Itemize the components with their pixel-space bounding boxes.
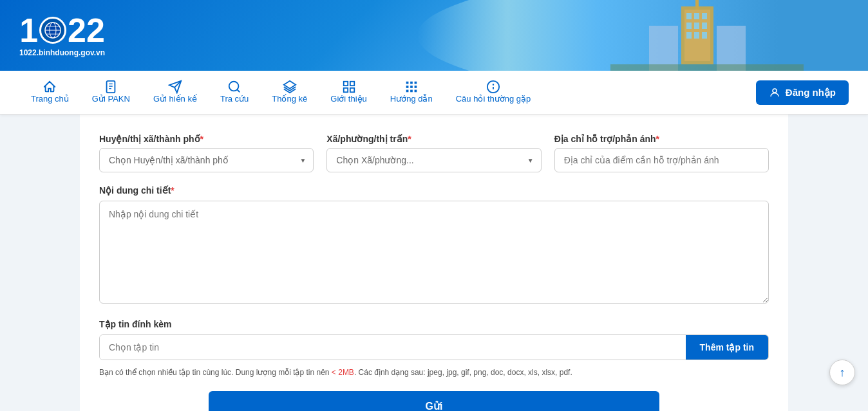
nav-gioithieu-label: Giới thiệu [330,94,366,104]
svg-rect-8 [694,13,699,19]
login-button[interactable]: Đăng nhập [756,80,849,105]
district-group: Huyện/thị xã/thành phố* Chọn Huyện/thị x… [99,134,314,172]
svg-rect-38 [414,86,417,88]
svg-rect-12 [702,23,707,29]
logo-number: 1 22 [19,14,105,47]
user-icon [769,87,780,98]
add-file-button[interactable]: Thêm tập tin [686,335,768,360]
content-textarea[interactable] [99,201,769,304]
svg-rect-9 [702,13,707,19]
svg-rect-29 [343,81,347,85]
nav-home-label: Trang chủ [31,94,69,104]
svg-rect-41 [414,89,417,92]
grid2-icon [404,80,419,94]
address-group: Địa chỉ hỗ trợ/phản ánh* [554,134,769,172]
nav-home[interactable]: Trang chủ [19,73,80,112]
nav-tracuu[interactable]: Tra cứu [209,73,260,112]
svg-rect-16 [695,0,699,10]
content-group: Nội dung chi tiết* [99,185,769,306]
attachment-row: Thêm tập tin [99,334,769,360]
svg-rect-15 [702,32,707,39]
nav-hienke[interactable]: Gửi hiến kế [142,73,209,112]
login-label: Đăng nhập [786,87,836,98]
address-input[interactable] [554,148,769,172]
nav-items: Trang chủ Gửi PAKN Gửi hiến kế Tra cứu T… [19,73,756,112]
address-label: Địa chỉ hỗ trợ/phản ánh* [554,134,769,144]
svg-rect-7 [686,13,692,19]
svg-rect-30 [350,81,354,85]
svg-rect-37 [410,86,413,88]
location-row: Huyện/thị xã/thành phố* Chọn Huyện/thị x… [99,134,769,172]
svg-rect-11 [694,23,699,29]
nav-gioithieu[interactable]: Giới thiệu [319,73,378,112]
file-icon [104,80,118,94]
svg-rect-10 [686,23,692,29]
navbar: Trang chủ Gửi PAKN Gửi hiến kế Tra cứu T… [0,71,868,114]
ward-label: Xã/phường/thị trấn* [326,134,541,144]
svg-rect-35 [414,81,417,84]
nav-faq[interactable]: Câu hỏi thường gặp [444,73,543,112]
district-select-wrapper: Chọn Huyện/thị xã/thành phố [99,148,314,172]
nav-thongke[interactable]: Thống kê [260,73,319,112]
svg-rect-19 [610,64,804,71]
nav-pakn-label: Gửi PAKN [92,94,130,104]
main-content: Huyện/thị xã/thành phố* Chọn Huyện/thị x… [80,114,788,411]
svg-rect-31 [343,87,347,91]
attachment-hint: Bạn có thể chọn nhiều tập tin cùng lúc. … [99,367,769,378]
submit-row: Gửi [99,391,769,411]
send-icon [168,80,182,94]
svg-rect-13 [686,32,692,39]
attachment-group: Tập tin đính kèm Thêm tập tin Bạn có thể… [99,319,769,378]
grid-icon [342,80,356,94]
layers-icon [283,80,297,94]
ward-select-wrapper: Chọn Xã/phường... [326,148,541,172]
svg-line-27 [237,89,240,92]
svg-rect-17 [649,26,678,71]
nav-huongdan[interactable]: Hướng dẫn [379,73,444,112]
nav-huongdan-label: Hướng dẫn [390,94,433,104]
info-icon [486,80,500,94]
home-icon [42,80,57,94]
header: 1 22 1022.binhduong.gov.vn [0,0,868,71]
header-background [417,0,868,71]
nav-faq-label: Câu hỏi thường gặp [456,94,531,104]
svg-rect-40 [410,89,413,92]
svg-point-26 [229,81,239,91]
search-icon [227,80,241,94]
svg-rect-33 [406,81,408,84]
scroll-top-button[interactable]: ↑ [829,360,855,385]
svg-rect-34 [410,81,413,84]
ward-select[interactable]: Chọn Xã/phường... [326,148,541,172]
ward-group: Xã/phường/thị trấn* Chọn Xã/phường... [326,134,541,172]
svg-rect-39 [406,89,408,92]
svg-rect-36 [406,86,408,88]
svg-rect-18 [717,26,746,71]
nav-pakn[interactable]: Gửi PAKN [80,73,142,112]
nav-tracuu-label: Tra cứu [220,94,249,104]
attachment-label: Tập tin đính kèm [99,319,769,329]
district-select[interactable]: Chọn Huyện/thị xã/thành phố [99,148,314,172]
district-label: Huyện/thị xã/thành phố* [99,134,314,144]
nav-hienke-label: Gửi hiến kế [153,94,197,104]
svg-rect-20 [107,80,115,92]
svg-point-45 [773,89,777,93]
svg-rect-32 [350,87,354,91]
nav-thongke-label: Thống kê [272,94,307,104]
attachment-input[interactable] [100,335,686,360]
svg-rect-14 [694,32,699,39]
submit-button[interactable]: Gửi [209,391,659,411]
logo[interactable]: 1 22 1022.binhduong.gov.vn [19,14,105,57]
logo-globe [39,17,66,44]
content-label: Nội dung chi tiết* [99,185,769,196]
logo-url: 1022.binhduong.gov.vn [19,48,105,57]
